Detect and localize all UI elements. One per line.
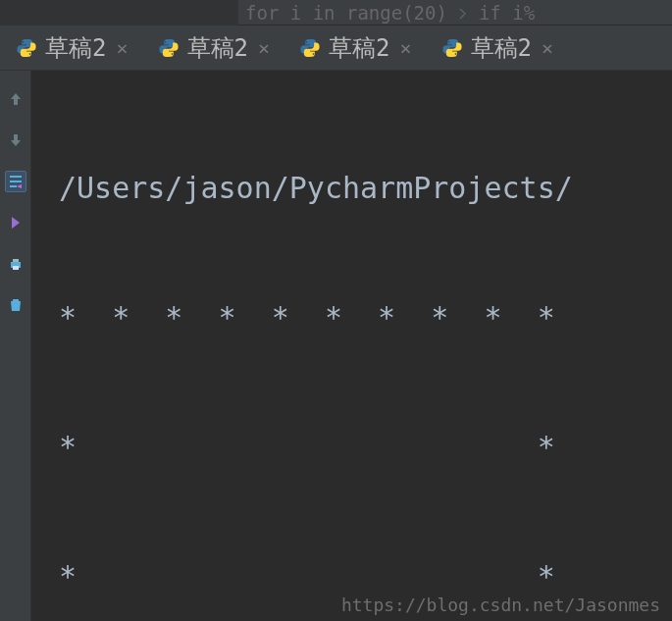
watermark: https://blog.csdn.net/Jasonmes — [341, 595, 660, 615]
python-file-icon — [16, 37, 37, 59]
python-file-icon — [441, 37, 463, 59]
tab-strip: 草稿2 × 草稿2 × 草稿2 × 草稿2 × — [0, 26, 672, 71]
print-icon[interactable] — [5, 253, 26, 275]
trash-icon[interactable] — [5, 294, 26, 316]
script-path: /Users/jason/PycharmProjects/ — [59, 167, 672, 210]
crumb-item[interactable]: if i% — [479, 2, 535, 24]
output-line: * * * * * * * * * * — [59, 296, 672, 339]
crumb-item[interactable]: for i in range(20) — [245, 2, 447, 24]
console-gutter — [0, 71, 31, 621]
chevron-right-icon — [457, 2, 469, 24]
close-icon[interactable]: × — [116, 36, 128, 60]
svg-rect-3 — [13, 299, 19, 301]
svg-rect-1 — [13, 259, 19, 262]
close-icon[interactable]: × — [542, 36, 553, 60]
close-icon[interactable]: × — [258, 36, 270, 60]
tab-draft-4[interactable]: 草稿2 × — [436, 26, 564, 70]
python-file-icon — [158, 37, 180, 59]
tab-label: 草稿2 — [187, 32, 248, 64]
down-arrow-icon[interactable] — [5, 129, 26, 151]
console-output[interactable]: /Users/jason/PycharmProjects/ * * * * * … — [31, 71, 672, 621]
up-arrow-icon[interactable] — [5, 88, 26, 110]
output-line: * * — [59, 555, 672, 598]
tab-draft-2[interactable]: 草稿2 × — [152, 26, 281, 70]
svg-rect-2 — [13, 266, 19, 270]
python-file-icon — [299, 37, 321, 59]
tab-label: 草稿2 — [471, 32, 532, 64]
tab-draft-3[interactable]: 草稿2 × — [293, 26, 422, 70]
scroll-to-end-icon[interactable] — [5, 212, 26, 233]
output-line: * * — [59, 426, 672, 469]
tab-label: 草稿2 — [45, 32, 106, 64]
tab-draft-1[interactable]: 草稿2 × — [10, 26, 138, 70]
close-icon[interactable]: × — [399, 36, 411, 60]
tab-label: 草稿2 — [329, 32, 389, 64]
wrap-lines-icon[interactable] — [5, 171, 26, 192]
